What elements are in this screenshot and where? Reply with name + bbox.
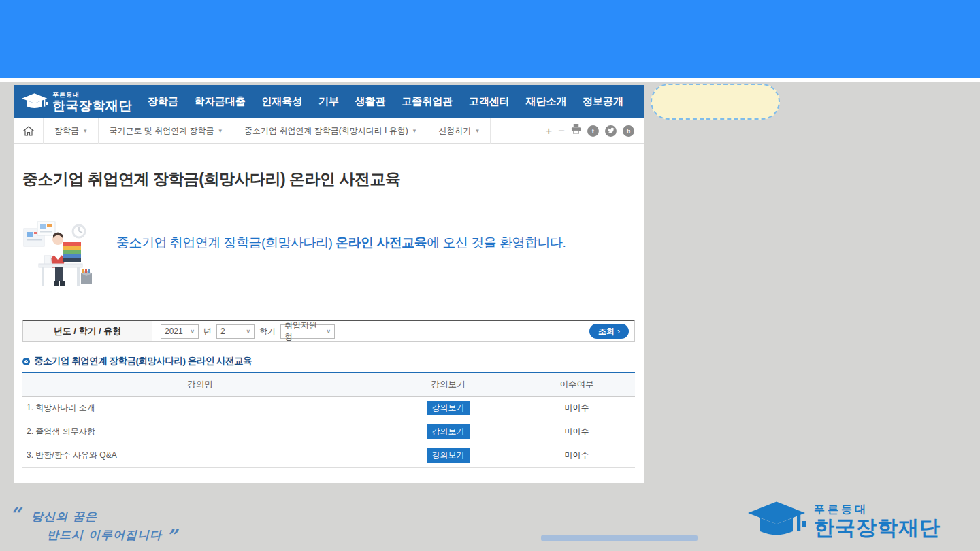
lecture-name: 1. 희망사다리 소개: [22, 396, 378, 420]
section-heading: 중소기업 취업연계 장학금(희망사다리) 온라인 사전교육: [22, 355, 635, 373]
column-header-completion: 이수여부: [519, 373, 635, 396]
breadcrumb-item-work-study[interactable]: 국가근로 및 취업연계 장학금 ▾: [99, 118, 234, 144]
nav-item-highschool-jobs[interactable]: 고졸취업관: [402, 95, 453, 108]
filter-fields: 2021 ∨ 년 2 ∨ 학기 취업지원형 ∨ 조회 ›: [152, 324, 634, 339]
lecture-view-cell: 강의보기: [378, 420, 519, 444]
table-row: 1. 희망사다리 소개 강의보기 미이수: [22, 396, 635, 420]
nav-item-customer-center[interactable]: 고객센터: [469, 95, 510, 108]
welcome-block: 중소기업 취업연계 장학금(희망사다리) 온라인 사전교육에 오신 것을 환영합…: [22, 216, 635, 290]
footer-logo: 푸른등대 한국장학재단: [747, 499, 941, 544]
blog-share-button[interactable]: b: [623, 125, 634, 137]
open-quote-icon: “: [10, 503, 20, 526]
home-icon: [23, 126, 34, 136]
nav-item-about[interactable]: 재단소개: [525, 95, 566, 108]
site-logo-tagline: 푸른등대: [52, 92, 132, 98]
status-badge: 미이수: [565, 403, 589, 412]
bottom-accent-bar: [541, 535, 698, 541]
view-lecture-button[interactable]: 강의보기: [427, 424, 470, 439]
chevron-right-icon: ›: [617, 327, 620, 336]
blog-icon: b: [627, 127, 631, 135]
lecture-name: 3. 반환/환수 사유와 Q&A: [22, 444, 378, 467]
nav-item-disclosure[interactable]: 정보공개: [583, 95, 623, 108]
facebook-share-button[interactable]: f: [587, 125, 599, 137]
completion-status-cell: 미이수: [519, 444, 635, 467]
desk-illustration: [22, 216, 95, 290]
graduation-cap-icon: [747, 499, 810, 544]
filter-bar: 년도 / 학기 / 유형 2021 ∨ 년 2 ∨ 학기 취업지원형 ∨: [22, 320, 635, 342]
chevron-down-icon: ∨: [190, 328, 195, 335]
graduation-cap-icon: [22, 92, 49, 112]
table-row: 2. 졸업생 의무사항 강의보기 미이수: [22, 420, 635, 444]
nav-item-scholarship[interactable]: 장학금: [148, 95, 178, 108]
semester-select[interactable]: 2 ∨: [216, 324, 255, 339]
year-select[interactable]: 2021 ∨: [161, 324, 199, 339]
filter-label: 년도 / 학기 / 유형: [23, 321, 152, 341]
nav-item-dormitory[interactable]: 생활관: [355, 95, 386, 108]
column-header-lecture-name: 강의명: [22, 373, 378, 396]
chevron-down-icon: ▾: [219, 127, 223, 134]
footer-logo-name: 한국장학재단: [814, 518, 941, 538]
breadcrumb-item-scholarship[interactable]: 장학금 ▾: [44, 118, 99, 144]
year-unit-label: 년: [203, 326, 212, 337]
facebook-icon: f: [592, 127, 594, 135]
title-divider: [22, 201, 635, 201]
chevron-down-icon: ▾: [476, 127, 479, 134]
website-screenshot-panel: 푸른등대 한국장학재단 장학금 학자금대출 인재육성 기부 생활관 고졸취업관 …: [14, 85, 644, 483]
main-nav-menu: 장학금 학자금대출 인재육성 기부 생활관 고졸취업관 고객센터 재단소개 정보…: [148, 95, 623, 108]
close-quote-icon: ”: [166, 525, 178, 548]
page-content: 중소기업 취업연계 장학금(희망사다리) 온라인 사전교육: [14, 144, 644, 468]
font-zoom-out-button[interactable]: −: [558, 125, 565, 137]
lecture-table: 강의명 강의보기 이수여부 1. 희망사다리 소개 강의보기 미이수: [22, 373, 635, 468]
completion-status-cell: 미이수: [519, 396, 635, 420]
semester-unit-label: 학기: [259, 326, 276, 337]
status-badge: 미이수: [565, 427, 589, 436]
welcome-message: 중소기업 취업연계 장학금(희망사다리) 온라인 사전교육에 오신 것을 환영합…: [116, 234, 566, 290]
footer-logo-tagline: 푸른등대: [814, 504, 941, 515]
slide-top-band: [0, 0, 980, 78]
completion-status-cell: 미이수: [519, 420, 635, 444]
site-logo-name: 한국장학재단: [52, 99, 132, 112]
home-button[interactable]: [14, 118, 44, 144]
page-title: 중소기업 취업연계 장학금(희망사다리) 온라인 사전교육: [22, 169, 635, 190]
breadcrumb-item-sme-scholarship[interactable]: 중소기업 취업연계 장학금(희망사다리 I 유형) ▾: [233, 118, 427, 144]
type-select[interactable]: 취업지원형 ∨: [280, 324, 335, 339]
font-zoom-in-button[interactable]: +: [545, 125, 552, 137]
breadcrumb: 장학금 ▾ 국가근로 및 취업연계 장학금 ▾ 중소기업 취업연계 장학금(희망…: [14, 118, 644, 144]
status-badge: 미이수: [565, 450, 589, 460]
lecture-name: 2. 졸업생 의무사항: [22, 420, 378, 444]
section-title: 중소기업 취업연계 장학금(희망사다리) 온라인 사전교육: [34, 355, 252, 367]
search-button[interactable]: 조회 ›: [589, 324, 629, 339]
twitter-share-button[interactable]: [605, 125, 617, 137]
slide: 푸른등대 한국장학재단 장학금 학자금대출 인재육성 기부 생활관 고졸취업관 …: [0, 0, 980, 551]
lecture-view-cell: 강의보기: [378, 396, 519, 420]
nav-item-donation[interactable]: 기부: [318, 95, 339, 108]
chevron-down-icon: ▾: [84, 127, 87, 134]
nav-item-talent[interactable]: 인재육성: [261, 95, 302, 108]
slogan-line2: 반드시 이루어집니다”: [47, 525, 178, 548]
section-bullet-icon: [22, 358, 30, 365]
page-toolbar: + − f b: [545, 124, 644, 137]
main-navbar: 푸른등대 한국장학재단 장학금 학자금대출 인재육성 기부 생활관 고졸취업관 …: [14, 85, 644, 118]
view-lecture-button[interactable]: 강의보기: [427, 448, 470, 463]
column-header-view: 강의보기: [378, 373, 519, 396]
lecture-view-cell: 강의보기: [378, 444, 519, 467]
table-row: 3. 반환/환수 사유와 Q&A 강의보기 미이수: [22, 444, 635, 467]
nav-item-loans[interactable]: 학자금대출: [195, 95, 246, 108]
annotation-callout: [651, 84, 780, 120]
welcome-message-em: 온라인 사전교육: [336, 235, 427, 250]
printer-icon: [571, 124, 581, 134]
footer-logo-text: 푸른등대 한국장학재단: [814, 504, 941, 538]
slide-band-divider: [0, 78, 980, 82]
table-header-row: 강의명 강의보기 이수여부: [22, 373, 635, 396]
site-logo-text: 푸른등대 한국장학재단: [52, 92, 132, 112]
chevron-down-icon: ∨: [326, 328, 331, 335]
site-logo[interactable]: 푸른등대 한국장학재단: [14, 92, 133, 112]
slogan-line1: 당신의 꿈은: [31, 509, 97, 524]
chevron-down-icon: ∨: [246, 328, 250, 335]
twitter-icon: [608, 127, 615, 134]
view-lecture-button[interactable]: 강의보기: [427, 401, 470, 415]
chevron-down-icon: ▾: [413, 127, 416, 134]
print-button[interactable]: [571, 124, 581, 137]
breadcrumb-item-apply[interactable]: 신청하기 ▾: [427, 118, 491, 144]
